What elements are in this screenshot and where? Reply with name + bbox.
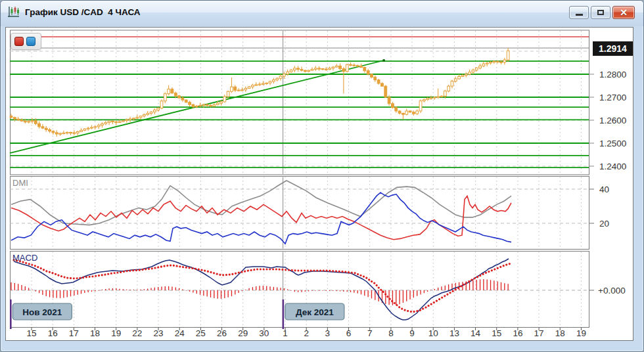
close-button[interactable]: ✕ — [612, 6, 635, 19]
chart-app-icon — [7, 6, 20, 19]
maximize-button[interactable] — [591, 6, 610, 19]
svg-text:22: 22 — [132, 328, 142, 338]
blue-marker-button[interactable] — [26, 37, 35, 46]
dmi-label: DMI — [12, 178, 28, 188]
svg-text:3: 3 — [325, 328, 331, 338]
svg-text:1.2500: 1.2500 — [599, 139, 626, 148]
svg-text:2: 2 — [304, 328, 309, 338]
svg-text:1.2600: 1.2600 — [599, 116, 626, 125]
svg-text:16: 16 — [513, 328, 522, 338]
svg-text:40: 40 — [599, 185, 609, 194]
svg-text:Нов 2021: Нов 2021 — [22, 307, 62, 317]
svg-text:1: 1 — [283, 328, 288, 338]
svg-text:8: 8 — [388, 328, 394, 338]
svg-text:15: 15 — [492, 328, 501, 338]
minimize-button[interactable] — [569, 6, 589, 19]
svg-text:1.2800: 1.2800 — [599, 70, 626, 79]
svg-text:Дек 2021: Дек 2021 — [296, 307, 334, 317]
chart-container: 1516171819222324252629301236789101314151… — [5, 27, 633, 341]
svg-text:17: 17 — [69, 328, 79, 338]
svg-text:24: 24 — [175, 328, 185, 338]
svg-text:MACD: MACD — [12, 253, 37, 263]
svg-text:19: 19 — [576, 328, 586, 338]
chart-canvas[interactable]: 1516171819222324252629301236789101314151… — [5, 27, 633, 341]
svg-text:DMI: DMI — [12, 178, 28, 188]
svg-text:23: 23 — [154, 328, 164, 338]
minimize-icon — [576, 14, 583, 16]
chart-toolbar — [11, 33, 41, 50]
current-price-badge: 1.2914 — [593, 41, 633, 56]
svg-text:25: 25 — [196, 328, 206, 338]
svg-text:19: 19 — [111, 328, 121, 338]
svg-text:16: 16 — [48, 328, 58, 338]
svg-text:13: 13 — [449, 328, 459, 338]
app-window: График USD /CAD 4 ЧАСА ✕ 151617181922232… — [0, 0, 644, 352]
svg-text:20: 20 — [599, 219, 609, 229]
svg-text:1.2400: 1.2400 — [599, 162, 626, 171]
svg-text:14: 14 — [471, 328, 481, 338]
svg-text:6: 6 — [346, 328, 352, 338]
svg-text:30: 30 — [259, 328, 269, 338]
svg-text:9: 9 — [409, 328, 415, 338]
svg-text:26: 26 — [217, 328, 227, 338]
window-titlebar[interactable]: График USD /CAD 4 ЧАСА ✕ — [1, 1, 643, 26]
maximize-icon — [597, 10, 604, 15]
svg-text:18: 18 — [555, 328, 565, 338]
svg-text:1.2914: 1.2914 — [599, 43, 627, 54]
window-title: График USD /CAD 4 ЧАСА — [25, 6, 141, 17]
svg-text:10: 10 — [428, 328, 438, 338]
svg-text:29: 29 — [238, 328, 248, 338]
svg-text:17: 17 — [534, 328, 544, 338]
svg-text:18: 18 — [90, 328, 100, 338]
svg-text:+0.000: +0.000 — [598, 286, 626, 296]
red-marker-button[interactable] — [14, 37, 24, 46]
svg-text:15: 15 — [26, 328, 36, 338]
svg-text:7: 7 — [367, 328, 373, 338]
macd-label: MACD — [12, 253, 37, 263]
close-icon: ✕ — [620, 8, 628, 17]
svg-text:1.2700: 1.2700 — [599, 93, 626, 102]
window-controls: ✕ — [569, 6, 635, 19]
